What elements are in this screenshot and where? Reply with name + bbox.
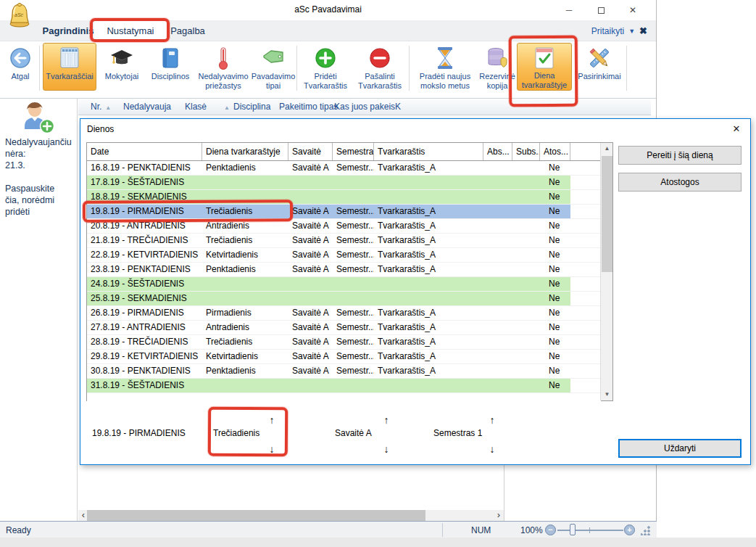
zoom-in-button[interactable]: + xyxy=(624,525,635,535)
header-diena-tvarkarastyje[interactable]: Diena tvarkaraštyje xyxy=(202,143,288,160)
main-table-header: Nr.▲ Nedalyvauja Klasė▲ Disciplina Pakei… xyxy=(78,99,651,115)
table-row[interactable]: 19.8.19 - PIRMADIENIS Trečiadienis Savai… xyxy=(87,205,601,219)
header-abs[interactable]: Abs... xyxy=(483,143,512,160)
ribbon-button-nedalyvavimo-priezastys[interactable]: Nedalyvavimo priežastys xyxy=(194,43,252,94)
cell-week: Savaitė A xyxy=(288,364,333,378)
table-row[interactable]: 30.8.19 - PENKTADIENIS Penktadienis Sava… xyxy=(87,364,601,379)
cell-timetable xyxy=(374,379,483,392)
holidays-button[interactable]: Atostogos xyxy=(618,173,742,192)
main-horizontal-scrollbar[interactable]: ‹ › xyxy=(78,510,504,521)
table-row-band: 23.8.19 - PENKTADIENIS Penktadienis Sava… xyxy=(87,263,570,277)
scroll-right-icon[interactable]: › xyxy=(494,510,504,521)
cell-day: Penktadienis xyxy=(202,364,288,378)
resize-grip[interactable] xyxy=(641,526,651,535)
backup-icon xyxy=(486,45,509,71)
close-dialog-button[interactable]: Uždaryti xyxy=(618,439,742,458)
semester-spinner-down-icon[interactable]: ↓ xyxy=(486,443,499,456)
table-row[interactable]: 26.8.19 - PIRMADIENIS Pirmadienis Savait… xyxy=(87,306,601,321)
table-row[interactable]: 21.8.19 - TREČIADIENIS Trečiadienis Sava… xyxy=(87,234,601,248)
ribbon-button-prideti-tvarkarastis[interactable]: Pridėti Tvarkaraštis xyxy=(300,43,351,94)
cell-atos: Ne xyxy=(540,234,570,247)
ribbon-button-pasalinti-tvarkarastis[interactable]: Pašalinti Tvarkaraštis xyxy=(353,43,407,94)
table-row[interactable]: 18.8.19 - SEKMADIENIS Ne xyxy=(87,190,601,205)
header-semestras[interactable]: Semestras xyxy=(333,143,374,160)
table-row[interactable]: 17.8.19 - ŠEŠTADIENIS Ne xyxy=(87,176,601,190)
scroll-down-icon[interactable]: ▼ xyxy=(601,389,613,400)
cell-week: Savaitė A xyxy=(288,306,333,320)
ribbon-button-mokytojai[interactable]: Mokytojai xyxy=(98,43,146,94)
tab-pagrindinis[interactable]: Pagrindinis xyxy=(42,20,94,41)
asc-bell-logo-icon[interactable]: aSc xyxy=(6,2,33,28)
header-subs[interactable]: Subs... xyxy=(512,143,540,160)
table-row-band: 27.8.19 - ANTRADIENIS Antradienis Savait… xyxy=(87,321,570,335)
column-header-k[interactable]: K xyxy=(395,102,401,112)
column-header-pakeitimo-tipas[interactable]: Pakeitimo tipas xyxy=(279,102,338,112)
content-divider xyxy=(504,465,504,521)
week-spinner-up-icon[interactable]: ↑ xyxy=(380,414,393,427)
semester-spinner-up-icon[interactable]: ↑ xyxy=(486,414,499,427)
zoom-slider-thumb[interactable] xyxy=(570,524,576,535)
table-row-band: 21.8.19 - TREČIADIENIS Trečiadienis Sava… xyxy=(87,234,570,248)
cell-abs xyxy=(483,176,512,189)
scroll-up-icon[interactable]: ▲ xyxy=(601,143,613,155)
ribbon-button-diena-tvarkarastyje[interactable]: Diena tvarkaraštyje xyxy=(517,43,572,91)
table-row[interactable]: 25.8.19 - SEKMADIENIS Ne xyxy=(87,292,601,306)
go-to-day-button[interactable]: Pereiti į šią dieną xyxy=(618,146,742,165)
tab-nustatymai[interactable]: Nustatymai xyxy=(94,20,167,41)
table-row-rest xyxy=(570,205,601,219)
week-spinner-down-icon[interactable]: ↓ xyxy=(380,443,393,456)
scrollbar-thumb[interactable] xyxy=(602,156,612,272)
ribbon-button-pavadavimo-tipai[interactable]: Pavadavimo tipai xyxy=(252,43,294,94)
apply-button[interactable]: Pritaikyti xyxy=(591,26,624,36)
header-savaite[interactable]: Savaitė xyxy=(288,143,333,160)
zoom-slider-track[interactable] xyxy=(557,530,623,531)
ribbon-label: Pridėti Tvarkaraštis xyxy=(301,72,350,91)
ribbon-label: Diena tvarkaraštyje xyxy=(518,71,571,90)
header-date[interactable]: Date xyxy=(87,143,202,160)
table-row[interactable]: 31.8.19 - ŠEŠTADIENIS Ne xyxy=(87,379,601,393)
table-row[interactable]: 29.8.19 - KETVIRTADIENIS Ketvirtadienis … xyxy=(87,350,601,364)
apply-close-icon[interactable]: ✖ xyxy=(639,25,647,36)
header-atos[interactable]: Atos... xyxy=(540,143,570,160)
cell-subs xyxy=(512,335,540,349)
cell-date: 18.8.19 - SEKMADIENIS xyxy=(87,190,202,204)
table-row[interactable]: 16.8.19 - PENKTADIENIS Penktadienis Sava… xyxy=(87,161,601,176)
ribbon-button-rezervine-kopija[interactable]: Rezervinė kopija xyxy=(478,43,516,94)
header-tvarkarastis[interactable]: Tvarkaraštis xyxy=(374,143,483,160)
column-header-disciplina[interactable]: Disciplina xyxy=(233,102,270,112)
apply-caret-icon[interactable]: ▼ xyxy=(628,28,635,35)
column-header-nedalyvauja[interactable]: Nedalyvauja xyxy=(123,102,171,112)
ribbon-button-tvarkarasciai[interactable]: Tvarkaraščiai xyxy=(43,43,96,91)
table-row[interactable]: 22.8.19 - KETVIRTADIENIS Ketvirtadienis … xyxy=(87,248,601,263)
screenshot-stage: aSc Pavadavimai ─ ✕ aSc Pagrindinis Nust… xyxy=(0,0,756,547)
ribbon-button-disciplinos[interactable]: Disciplinos xyxy=(147,43,194,94)
ribbon-button-pradeti-naujus-mokslo-metus[interactable]: Pradėti naujus mokslo metus xyxy=(412,43,478,94)
dialog-vertical-scrollbar[interactable]: ▲ ▼ xyxy=(600,143,612,400)
table-row-band: 20.8.19 - ANTRADIENIS Antradienis Savait… xyxy=(87,219,570,234)
table-row-rest xyxy=(570,234,601,248)
tab-pagalba[interactable]: Pagalba xyxy=(170,20,206,41)
minimize-button[interactable]: ─ xyxy=(553,0,585,20)
maximize-button[interactable] xyxy=(585,0,617,20)
cell-semester: Semestr... xyxy=(333,350,374,363)
table-row[interactable]: 20.8.19 - ANTRADIENIS Antradienis Savait… xyxy=(87,219,601,234)
table-row[interactable]: 28.8.19 - TREČIADIENIS Trečiadienis Sava… xyxy=(87,335,601,350)
dialog-close-icon[interactable]: ✕ xyxy=(730,123,743,136)
column-header-nr[interactable]: Nr.▲ xyxy=(91,102,111,112)
close-button[interactable]: ✕ xyxy=(617,0,649,20)
cell-week: Savaitė A xyxy=(288,248,333,262)
absent-person-icon[interactable] xyxy=(17,102,58,136)
window-controls: ─ ✕ xyxy=(553,0,649,20)
day-spinner-up-icon[interactable]: ↑ xyxy=(265,414,278,427)
zoom-out-button[interactable]: − xyxy=(545,525,556,535)
table-row[interactable]: 23.8.19 - PENKTADIENIS Penktadienis Sava… xyxy=(87,263,601,277)
ribbon-button-pasirinkimai[interactable]: Pasirinkimai xyxy=(575,43,624,94)
column-header-klase[interactable]: Klasė▲ xyxy=(185,102,230,112)
scrollbar-thumb[interactable] xyxy=(87,510,425,521)
table-row[interactable]: 24.8.19 - ŠEŠTADIENIS Ne xyxy=(87,277,601,292)
ribbon-button-atgal[interactable]: Atgal xyxy=(4,43,36,94)
sidebar-absent-text[interactable]: Nedalyvaujančiu nėra: 21.3. Paspauskite … xyxy=(5,136,75,218)
day-spinner-down-icon[interactable]: ↓ xyxy=(265,443,278,456)
table-row[interactable]: 27.8.19 - ANTRADIENIS Antradienis Savait… xyxy=(87,321,601,335)
column-header-kas-juos-pakeis[interactable]: Kas juos pakeis xyxy=(334,102,395,112)
